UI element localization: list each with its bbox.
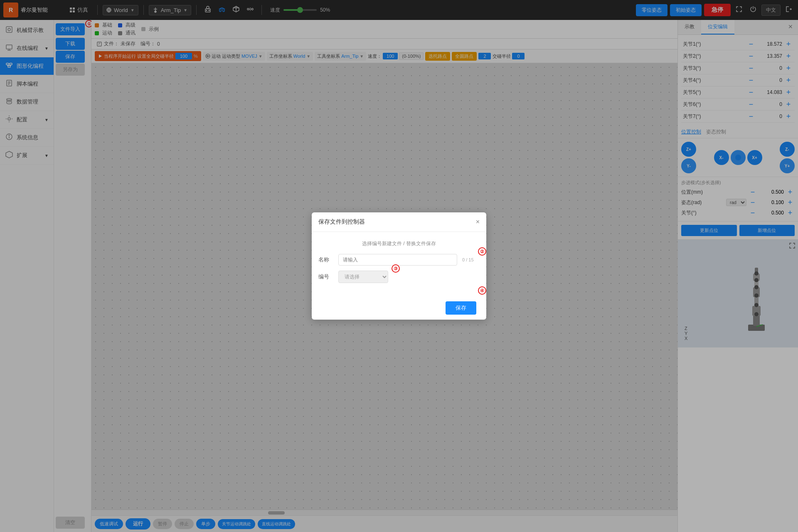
save-to-controller-modal: 保存文件到控制器 × 选择编号新建文件 / 替换文件保存 名称 0 / 15 ②…	[312, 212, 486, 320]
modal-save-button[interactable]: 保存	[446, 301, 476, 315]
circle-4: ④	[478, 286, 486, 295]
modal-overlay[interactable]: 保存文件到控制器 × 选择编号新建文件 / 替换文件保存 名称 0 / 15 ②…	[0, 0, 798, 532]
modal-close-button[interactable]: ×	[476, 218, 480, 226]
modal-form-row-name: 名称 0 / 15 ②	[318, 254, 480, 266]
modal-header: 保存文件到控制器 ×	[312, 212, 486, 232]
number-select[interactable]: 请选择	[338, 271, 388, 283]
circle-2: ②	[478, 247, 486, 256]
name-input[interactable]	[338, 254, 457, 266]
modal-footer: 保存 ④	[312, 296, 486, 320]
circle-3: ③	[392, 264, 400, 273]
modal-form-row-number: 编号 请选择 ③	[318, 271, 480, 283]
modal-body: 选择编号新建文件 / 替换文件保存 名称 0 / 15 ② 编号 请选择 ③	[312, 232, 486, 296]
